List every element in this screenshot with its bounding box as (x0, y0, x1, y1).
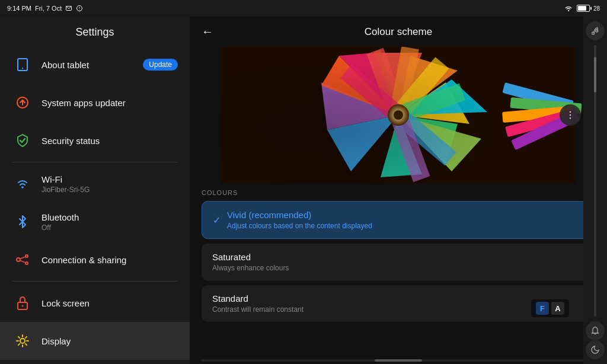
display-label: Display (41, 336, 178, 346)
connection-label: Connection & sharing (41, 255, 178, 265)
svg-point-54 (570, 111, 571, 113)
music-scroll-icon[interactable] (586, 21, 605, 40)
svg-point-10 (17, 258, 20, 261)
wifi-icon (564, 5, 573, 12)
standard-title: Standard (212, 293, 584, 304)
wifi-network-name: JioFiber-Sri-5G (41, 186, 178, 194)
right-panel: ← Colour scheme (190, 17, 607, 364)
svg-line-14 (20, 261, 25, 263)
colour-option-vivid[interactable]: ✓ Vivid (recommended) Adjust colours bas… (202, 201, 595, 239)
watermark: F A (531, 299, 569, 317)
svg-point-4 (568, 10, 569, 11)
saturated-title: Saturated (212, 252, 584, 262)
notification-icon-1 (65, 5, 72, 12)
system-update-icon (12, 92, 33, 113)
lock-icon (12, 292, 33, 314)
battery-level: 28 (593, 5, 600, 12)
bluetooth-icon (12, 211, 33, 232)
sidebar-item-text-bluetooth: Bluetooth Off (41, 212, 178, 232)
sidebar-item-security[interactable]: Security status (0, 122, 190, 159)
sidebar-item-bluetooth[interactable]: Bluetooth Off (0, 203, 190, 241)
sidebar-item-text-display: Display (41, 336, 178, 346)
sidebar-title: Settings (0, 17, 190, 46)
sidebar: Settings About tablet Update System apps… (0, 17, 190, 364)
watermark-a: A (551, 302, 564, 315)
sidebar-item-text-connection: Connection & sharing (41, 255, 178, 265)
connection-icon (12, 249, 33, 270)
check-icon: ✓ (213, 215, 221, 226)
right-scrollbar (583, 17, 607, 364)
svg-point-16 (22, 305, 24, 307)
scroll-thumb (594, 57, 596, 92)
svg-point-12 (25, 262, 28, 264)
colour-option-standard[interactable]: Standard Contrast will remain constant F… (202, 285, 595, 322)
pencil-illustration (202, 47, 595, 183)
system-apps-label: System apps updater (41, 98, 178, 108)
bluetooth-status: Off (41, 223, 178, 232)
colours-section: COLOURS ✓ Vivid (recommended) Adjust col… (190, 189, 607, 357)
back-button[interactable]: ← (202, 25, 213, 39)
notification-icon-2 (76, 5, 83, 12)
time: 9:14 PM (7, 5, 31, 12)
svg-point-58 (596, 30, 598, 32)
svg-point-55 (570, 114, 571, 116)
status-bar-right: 28 (564, 5, 600, 12)
svg-point-11 (25, 255, 28, 257)
svg-line-23 (25, 344, 27, 345)
colours-label: COLOURS (202, 189, 595, 196)
moon-scroll-icon[interactable] (586, 340, 605, 359)
svg-point-9 (21, 186, 24, 189)
date: Fri, 7 Oct (35, 5, 62, 12)
svg-line-22 (18, 337, 20, 338)
about-tablet-label: About tablet (41, 60, 143, 70)
vivid-title: Vivid (recommended) (227, 210, 584, 220)
bottom-scrollbar-thumb (375, 359, 422, 362)
divider-1 (12, 162, 178, 162)
shield-icon (12, 130, 33, 151)
sidebar-item-text-system: System apps updater (41, 98, 178, 108)
divider-2 (12, 281, 178, 282)
svg-line-25 (18, 344, 20, 345)
svg-line-24 (25, 337, 27, 338)
svg-point-17 (20, 339, 25, 343)
lockscreen-label: Lock screen (41, 298, 178, 308)
watermark-f: F (536, 302, 549, 315)
wifi-label: Wi-Fi (41, 174, 178, 184)
sidebar-item-text-security: Security status (41, 136, 178, 146)
sidebar-item-display[interactable]: Display (0, 322, 190, 360)
sidebar-item-lockscreen[interactable]: Lock screen (0, 284, 190, 322)
more-options-button[interactable] (560, 104, 581, 126)
sidebar-item-connection[interactable]: Connection & sharing (0, 241, 190, 279)
colour-scheme-image (202, 47, 595, 183)
display-sun-icon (12, 330, 33, 352)
sidebar-item-text-about: About tablet (41, 60, 143, 70)
update-badge: Update (143, 59, 178, 71)
bottom-scrollbar (202, 359, 595, 362)
svg-point-56 (570, 117, 571, 119)
sidebar-item-system-apps[interactable]: System apps updater (0, 84, 190, 122)
right-header: ← Colour scheme (190, 17, 607, 47)
bluetooth-label: Bluetooth (41, 212, 178, 222)
standard-subtitle: Contrast will remain constant (212, 305, 584, 314)
bell-scroll-icon[interactable] (586, 321, 605, 340)
tablet-icon (12, 54, 33, 75)
colour-option-saturated[interactable]: Saturated Always enhance colours (202, 244, 595, 280)
svg-line-13 (20, 257, 25, 259)
panel-title: Colour scheme (225, 26, 571, 38)
battery-indicator: 28 (577, 5, 600, 12)
status-bar-left: 9:14 PM Fri, 7 Oct (7, 5, 83, 12)
sidebar-item-wifi[interactable]: Wi-Fi JioFiber-Sri-5G (0, 165, 190, 203)
sidebar-item-text-wifi: Wi-Fi JioFiber-Sri-5G (41, 174, 178, 194)
sidebar-item-about-tablet[interactable]: About tablet Update (0, 46, 190, 84)
main-content: Settings About tablet Update System apps… (0, 17, 607, 364)
saturated-subtitle: Always enhance colours (212, 264, 584, 272)
wifi-menu-icon (12, 173, 33, 194)
sidebar-item-text-lockscreen: Lock screen (41, 298, 178, 308)
status-bar: 9:14 PM Fri, 7 Oct 28 (0, 0, 607, 17)
scroll-track (594, 45, 596, 317)
svg-point-57 (592, 32, 595, 34)
security-status-label: Security status (41, 136, 178, 146)
svg-rect-53 (221, 47, 576, 183)
vivid-subtitle: Adjust colours based on the content disp… (227, 222, 584, 230)
